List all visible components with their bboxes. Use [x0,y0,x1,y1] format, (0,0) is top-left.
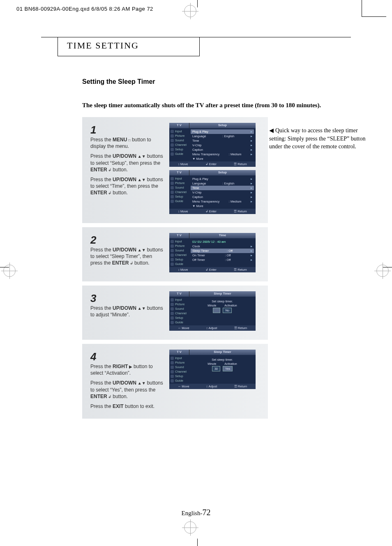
right-icon: ▶ [128,364,134,369]
osd-sleep-2: T VSleep Timer Input Picture Sound Chann… [169,350,256,389]
osd-setup-1: T VSetup Input Picture Sound Channel Set… [169,123,256,167]
crop-mark [197,0,198,7]
subsection-heading: Setting the Sleep Timer [82,78,378,85]
step-text: Press the UP/DOWN ▲▼ buttons to select “… [90,380,164,400]
section-title: TIME SETTING [58,37,200,56]
osd-time: T VTime Input Picture Sound Channel Setu… [169,233,256,272]
step-1: 1 Press the MENU ⏍ button to display the… [82,117,268,223]
menu-icon: ⏍ [127,138,132,142]
crop-mark [383,267,392,267]
enter-icon: ↲ [107,394,113,399]
step-2: 2 Press the UP/DOWN ▲▼ buttons to select… [82,227,268,281]
crop-mark [362,0,362,16]
crop-mark [0,267,9,267]
step-text: Press the UP/DOWN ▲▼ buttons to select “… [90,153,164,173]
osd-sleep-1: T VSleep Timer Input Picture Sound Chann… [169,291,256,331]
step-text: Press the MENU ⏍ button to display the m… [90,136,164,150]
registration-mark [3,265,16,277]
step-text: Press the EXIT button to exit. [90,403,164,410]
page-rule: TIME SETTING [41,37,351,56]
step-number: 3 [90,291,164,306]
crop-mark [362,16,386,17]
side-tip: ▶Quick way to access the sleep timer set… [269,127,372,151]
print-metadata: 01 BN68-00929A-00Eng.qxd 6/8/05 8:26 AM … [16,6,153,12]
step-text: Press the UP/DOWN ▲▼ buttons to select “… [90,176,164,196]
intro-text: The sleep timer automatically shuts off … [82,102,378,109]
step-number: 1 [90,123,164,137]
registration-mark [376,265,389,277]
osd-setup-2: T VSetup Input Picture Sound Channel Set… [169,170,256,214]
updown-icon: ▲▼ [136,381,147,385]
updown-icon: ▲▼ [136,177,147,182]
step-number: 4 [90,350,164,364]
step-text: Press the RIGHT ▶ button to select “Acti… [90,363,164,376]
registration-mark [184,5,196,17]
updown-icon: ▲▼ [136,154,147,159]
enter-icon: ↲ [107,168,113,172]
triangle-left-icon: ▶ [269,127,274,135]
page-footer: English-72 [0,508,392,517]
crop-mark [197,539,198,546]
registration-mark [184,521,196,534]
step-number: 2 [90,233,164,247]
step-text: Press the UP/DOWN ▲▼ buttons to select “… [90,247,164,267]
updown-icon: ▲▼ [136,248,147,252]
step-text: Press the UP/DOWN ▲▼ buttons to adjust “… [90,305,164,318]
updown-icon: ▲▼ [136,306,147,311]
enter-icon: ↲ [129,261,134,265]
step-4: 4 Press the RIGHT ▶ button to select “Ac… [82,344,268,419]
enter-icon: ↲ [107,191,113,195]
step-3: 3 Press the UP/DOWN ▲▼ buttons to adjust… [82,286,268,340]
